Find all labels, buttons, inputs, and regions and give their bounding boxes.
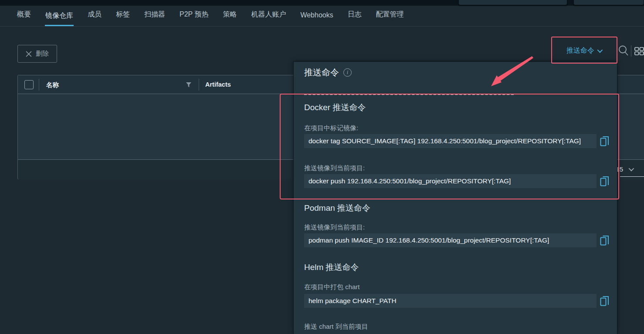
- podman-push-label: 推送镜像到当前项目:: [304, 223, 365, 232]
- chevron-down-icon: [597, 47, 603, 53]
- docker-tag-command[interactable]: docker tag SOURCE_IMAGE[:TAG] 192.168.4.…: [304, 134, 597, 148]
- tab-summary[interactable]: 概要: [17, 10, 31, 26]
- docker-push-command-row: docker push 192.168.4.250:5001/blog_proj…: [304, 174, 609, 188]
- tab-configuration[interactable]: 配置管理: [376, 10, 404, 26]
- info-icon[interactable]: i: [343, 68, 352, 77]
- select-all-checkbox[interactable]: [24, 80, 34, 89]
- tab-members[interactable]: 成员: [87, 10, 102, 26]
- tab-labels[interactable]: 标签: [115, 10, 130, 26]
- delete-button[interactable]: 删除: [17, 45, 57, 63]
- copy-icon[interactable]: [600, 235, 609, 246]
- copy-icon[interactable]: [600, 135, 609, 147]
- helm-push-label: 推送 chart 到当前项目: [304, 323, 368, 331]
- card-bottom-edge: [573, 0, 644, 5]
- push-command-label: 推送命令: [566, 46, 594, 55]
- podman-push-command-row: podman push IMAGE_ID 192.168.4.250:5001/…: [304, 233, 609, 247]
- tab-policy[interactable]: 策略: [222, 10, 237, 26]
- card-view-grid-icon[interactable]: [634, 46, 644, 56]
- toolbar-divider: [631, 45, 631, 57]
- copy-icon[interactable]: [600, 295, 609, 307]
- podman-push-command[interactable]: podman push IMAGE_ID 192.168.4.250:5001/…: [304, 233, 597, 247]
- column-header-artifacts: Artifacts: [205, 81, 231, 88]
- tab-robot-accounts[interactable]: 机器人账户: [251, 10, 286, 26]
- tab-scanner[interactable]: 扫描器: [144, 10, 166, 26]
- docker-section-heading: Docker 推送命令: [304, 102, 366, 113]
- docker-push-label: 推送镜像到当前项目:: [304, 164, 365, 172]
- card-bottom-edge: [458, 0, 567, 5]
- x-icon: [26, 51, 32, 57]
- podman-section-heading: Podman 推送命令: [304, 202, 370, 214]
- docker-tag-command-row: docker tag SOURCE_IMAGE[:TAG] 192.168.4.…: [304, 134, 609, 148]
- column-divider: [39, 79, 39, 91]
- helm-package-label: 在项目中打包 chart: [304, 283, 360, 291]
- push-command-button[interactable]: 推送命令: [566, 45, 601, 56]
- helm-section-heading: Helm 推送命令: [304, 262, 359, 273]
- tab-p2p-preheat[interactable]: P2P 预热: [179, 10, 209, 26]
- tab-webhooks[interactable]: Webhooks: [300, 11, 333, 26]
- helm-package-command[interactable]: helm package CHART_PATH: [304, 294, 597, 308]
- docker-tag-label: 在项目中标记镜像:: [304, 124, 358, 132]
- tab-repositories[interactable]: 镜像仓库: [45, 11, 74, 26]
- filter-funnel-icon[interactable]: [186, 82, 192, 88]
- dropdown-title: 推送命令 i: [304, 67, 352, 78]
- search-icon[interactable]: [618, 45, 629, 57]
- page-size-select[interactable]: 15: [616, 165, 633, 173]
- column-divider: [199, 79, 199, 91]
- delete-button-label: 删除: [36, 50, 49, 58]
- column-header-name: 名称: [46, 81, 59, 89]
- copy-icon[interactable]: [600, 175, 609, 187]
- chevron-down-icon: [629, 166, 634, 172]
- dropdown-title-text: 推送命令: [304, 67, 339, 78]
- helm-package-command-row: helm package CHART_PATH: [304, 294, 609, 308]
- docker-push-command[interactable]: docker push 192.168.4.250:5001/blog_proj…: [304, 174, 597, 188]
- project-tab-bar: 概要 镜像仓库 成员 标签 扫描器 P2P 预热 策略 机器人账户 Webhoo…: [0, 6, 644, 27]
- push-command-dropdown: 推送命令 i Docker 推送命令 在项目中标记镜像: docker tag …: [293, 61, 617, 334]
- dashed-divider: [304, 94, 514, 95]
- select-underline: [620, 176, 644, 177]
- tab-logs[interactable]: 日志: [347, 10, 362, 26]
- top-bar: [0, 0, 644, 6]
